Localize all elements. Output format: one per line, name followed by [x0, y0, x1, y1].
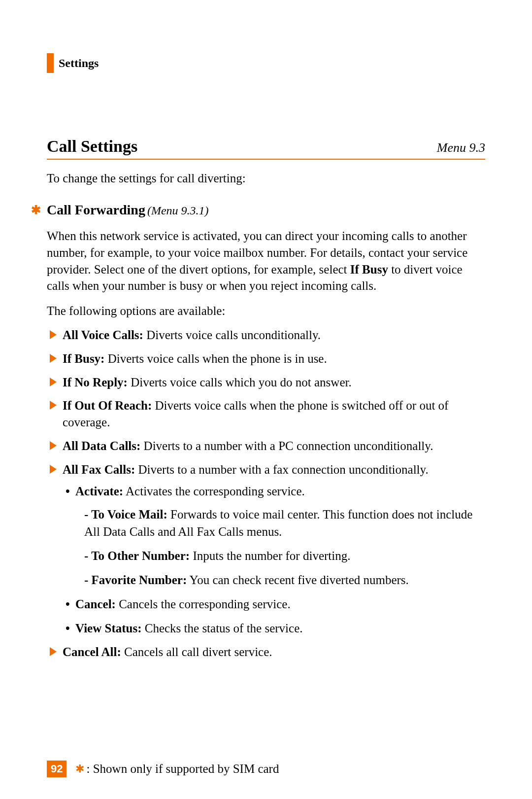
description-paragraph: When this network service is activated, … — [47, 228, 485, 294]
bullet-label: Cancel: — [75, 597, 116, 611]
triangle-icon — [50, 647, 57, 656]
para-bold: If Busy — [350, 263, 388, 276]
triangle-icon — [50, 378, 57, 386]
option-desc: Cancels all call divert service. — [121, 645, 272, 659]
dash-prefix: - — [84, 573, 92, 587]
option-if-no-reply: If No Reply: Diverts voice calls which y… — [50, 374, 485, 391]
dash-desc: You can check recent five diverted numbe… — [187, 573, 409, 587]
option-cancel-all: Cancel All: Cancels all call divert serv… — [50, 644, 485, 660]
option-label: Cancel All: — [63, 645, 121, 659]
dash-to-other-number: - To Other Number: Inputs the number for… — [84, 547, 485, 564]
page-footer: 92 ✱ : Shown only if supported by SIM ca… — [47, 761, 279, 777]
footer-note: : Shown only if supported by SIM card — [86, 762, 279, 776]
dash-list: - To Voice Mail: Forwards to voice mail … — [84, 506, 485, 589]
bullet-dot-icon: • — [66, 483, 70, 500]
subsection-heading: ✱ Call Forwarding (Menu 9.3.1) — [47, 202, 485, 218]
dash-desc: Inputs the number for diverting. — [190, 549, 350, 562]
option-desc: Diverts to a number with a PC connection… — [140, 439, 433, 452]
triangle-icon — [50, 401, 57, 410]
option-all-voice-calls: All Voice Calls: Diverts voice calls unc… — [50, 327, 485, 344]
triangle-icon — [50, 441, 57, 450]
section-menu-tag: Menu 9.3 — [437, 140, 485, 155]
asterisk-icon: ✱ — [31, 203, 41, 217]
subsection-title: Call Forwarding — [47, 202, 145, 217]
option-label: All Voice Calls: — [63, 328, 143, 342]
document-page: Settings Call Settings Menu 9.3 To chang… — [0, 0, 532, 799]
bullet-dot-icon: • — [66, 620, 70, 637]
option-all-data-calls: All Data Calls: Diverts to a number with… — [50, 438, 485, 454]
option-desc: Diverts to a number with a fax connectio… — [135, 463, 428, 476]
dash-label: Favorite Number: — [92, 573, 187, 587]
dash-label: To Voice Mail: — [91, 508, 167, 521]
dash-label: To Other Number: — [91, 549, 190, 562]
option-label: All Data Calls: — [63, 439, 140, 452]
options-intro: The following options are available: — [47, 304, 485, 318]
sub-bullet-list: •Activate: Activates the corresponding s… — [66, 483, 485, 637]
option-if-out-of-reach: If Out Of Reach: Diverts voice calls whe… — [50, 397, 485, 431]
page-header: Settings — [47, 53, 485, 73]
header-accent-bar — [47, 53, 54, 73]
bullet-activate: •Activate: Activates the corresponding s… — [66, 483, 485, 589]
bullet-label: View Status: — [75, 622, 142, 635]
dash-to-voice-mail: - To Voice Mail: Forwards to voice mail … — [84, 506, 485, 540]
bullet-desc: Checks the status of the service. — [142, 622, 303, 635]
dash-favorite-number: - Favorite Number: You can check recent … — [84, 571, 485, 589]
page-number: 92 — [47, 761, 66, 777]
section-heading-row: Call Settings Menu 9.3 — [47, 137, 485, 160]
bullet-dot-icon: • — [66, 595, 70, 613]
bullet-view-status: •View Status: Checks the status of the s… — [66, 620, 485, 637]
option-all-fax-calls: All Fax Calls: Diverts to a number with … — [50, 461, 485, 637]
options-list: All Voice Calls: Diverts voice calls unc… — [50, 327, 485, 660]
bullet-cancel: •Cancel: Cancels the corresponding servi… — [66, 595, 485, 613]
intro-text: To change the settings for call divertin… — [47, 172, 485, 185]
option-label: If Out Of Reach: — [63, 399, 152, 412]
option-label: If No Reply: — [63, 376, 128, 389]
option-label: If Busy: — [63, 352, 104, 365]
header-title: Settings — [59, 57, 99, 70]
triangle-icon — [50, 330, 57, 339]
option-desc: Diverts voice calls which you do not ans… — [128, 376, 352, 389]
bullet-label: Activate: — [75, 485, 123, 498]
triangle-icon — [50, 465, 57, 474]
subsection-menu-tag: (Menu 9.3.1) — [147, 204, 209, 217]
bullet-desc: Activates the corresponding service. — [123, 485, 305, 498]
bullet-desc: Cancels the corresponding service. — [116, 597, 291, 611]
triangle-icon — [50, 354, 57, 363]
option-desc: Diverts voice calls unconditionally. — [143, 328, 321, 342]
option-desc: Diverts voice calls when the phone is in… — [104, 352, 327, 365]
section-title: Call Settings — [47, 137, 137, 156]
dash-prefix: - — [84, 508, 91, 521]
option-if-busy: If Busy: Diverts voice calls when the ph… — [50, 350, 485, 367]
footer-asterisk-icon: ✱ — [75, 763, 84, 775]
dash-prefix: - — [84, 549, 91, 562]
option-label: All Fax Calls: — [63, 463, 135, 476]
